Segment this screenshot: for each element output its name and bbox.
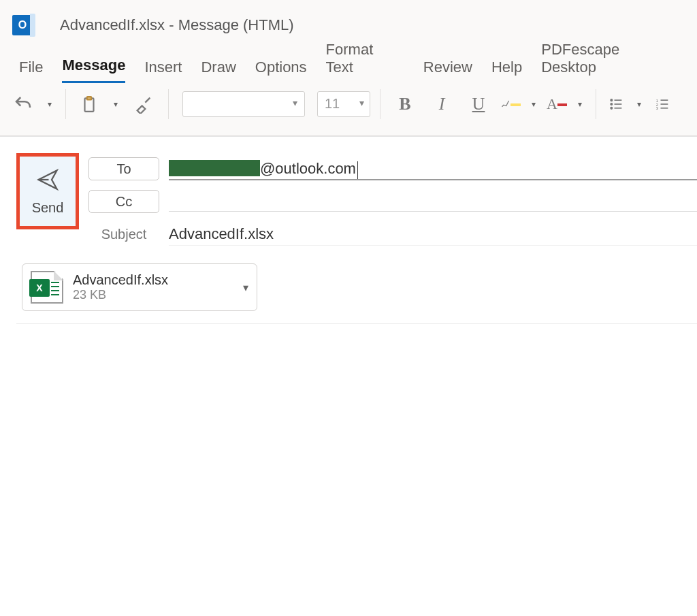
send-label: Send: [32, 200, 64, 216]
subject-row: Subject AdvancedIf.xlsx: [88, 220, 697, 248]
font-name-select[interactable]: [182, 91, 305, 117]
font-size-value: 11: [325, 96, 340, 112]
paintbrush-icon: [133, 95, 154, 114]
cc-row: Cc: [88, 187, 697, 216]
tab-options[interactable]: Options: [255, 56, 307, 83]
separator: [596, 89, 596, 119]
tab-insert[interactable]: Insert: [144, 56, 182, 83]
undo-icon: [13, 94, 33, 114]
bold-button[interactable]: B: [390, 91, 420, 118]
clipboard-icon: [80, 94, 98, 114]
subject-field[interactable]: AdvancedIf.xlsx: [169, 223, 697, 246]
font-color-button[interactable]: A: [547, 91, 567, 118]
tab-help[interactable]: Help: [491, 56, 522, 83]
compose-area: Send To @outlook.com Cc Subject Advanced…: [0, 136, 697, 616]
ribbon: ▾ ▾ 11 B I U ▾ A ▾ ▾: [0, 83, 697, 136]
svg-point-4: [611, 103, 613, 105]
attachment-chip[interactable]: X AdvancedIf.xlsx 23 KB ▾: [22, 263, 257, 311]
ribbon-tabs: File Message Insert Draw Options Format …: [0, 50, 697, 83]
header-fields: To @outlook.com Cc Subject AdvancedIf.xl…: [88, 153, 697, 253]
tab-pdfescape[interactable]: PDFescape Desktop: [541, 38, 678, 83]
format-painter-button[interactable]: [129, 91, 159, 118]
font-color-dropdown[interactable]: ▾: [574, 91, 586, 118]
highlight-dropdown[interactable]: ▾: [528, 91, 540, 118]
bullet-list-icon: [608, 97, 624, 111]
to-row: To @outlook.com: [88, 155, 697, 183]
highlighter-icon: [500, 98, 510, 110]
paste-button[interactable]: [76, 91, 103, 118]
attachment-name: AdvancedIf.xlsx: [73, 272, 168, 288]
paper-plane-icon: [32, 167, 63, 192]
svg-rect-1: [87, 97, 92, 99]
separator: [168, 89, 169, 119]
to-field[interactable]: @outlook.com: [169, 157, 697, 180]
svg-text:3: 3: [656, 106, 658, 110]
text-cursor: [357, 161, 358, 179]
svg-point-2: [611, 99, 613, 101]
message-body[interactable]: [16, 323, 697, 616]
redacted-recipient: [169, 160, 260, 176]
italic-button[interactable]: I: [427, 91, 457, 118]
font-color-glyph: A: [547, 95, 557, 113]
highlight-color-button[interactable]: [500, 91, 521, 118]
number-list-icon: 1 2 3: [654, 97, 670, 111]
tab-message[interactable]: Message: [62, 54, 125, 83]
paste-dropdown[interactable]: ▾: [110, 91, 122, 118]
bullets-dropdown[interactable]: ▾: [633, 91, 645, 118]
excel-badge: X: [29, 279, 50, 297]
window-title: AdvancedIf.xlsx - Message (HTML): [60, 16, 294, 34]
tab-draw[interactable]: Draw: [201, 56, 236, 83]
svg-point-6: [611, 107, 613, 109]
highlight-swatch: [510, 103, 521, 106]
chevron-down-icon[interactable]: ▾: [243, 281, 248, 294]
undo-dropdown[interactable]: ▾: [44, 91, 56, 118]
send-button[interactable]: Send: [16, 153, 79, 229]
cc-button[interactable]: Cc: [88, 190, 159, 213]
separator: [65, 89, 66, 119]
to-button[interactable]: To: [88, 157, 159, 180]
numbered-list-button[interactable]: 1 2 3: [652, 91, 672, 118]
underline-button[interactable]: U: [464, 91, 493, 118]
font-size-select[interactable]: 11: [317, 91, 370, 117]
subject-value: AdvancedIf.xlsx: [169, 225, 274, 243]
cc-field[interactable]: [169, 191, 697, 212]
font-color-swatch: [557, 103, 567, 106]
to-value: @outlook.com: [260, 160, 356, 179]
attachments-area: X AdvancedIf.xlsx 23 KB ▾: [16, 253, 697, 319]
subject-label: Subject: [88, 227, 159, 242]
tab-review[interactable]: Review: [423, 56, 472, 83]
excel-file-icon: X: [31, 271, 63, 304]
tab-file[interactable]: File: [19, 56, 43, 83]
separator: [380, 89, 380, 119]
undo-button[interactable]: [10, 91, 37, 118]
bulleted-list-button[interactable]: [606, 91, 626, 118]
outlook-icon: O: [12, 15, 33, 35]
attachment-size: 23 KB: [73, 288, 168, 302]
tab-format-text[interactable]: Format Text: [326, 38, 404, 83]
